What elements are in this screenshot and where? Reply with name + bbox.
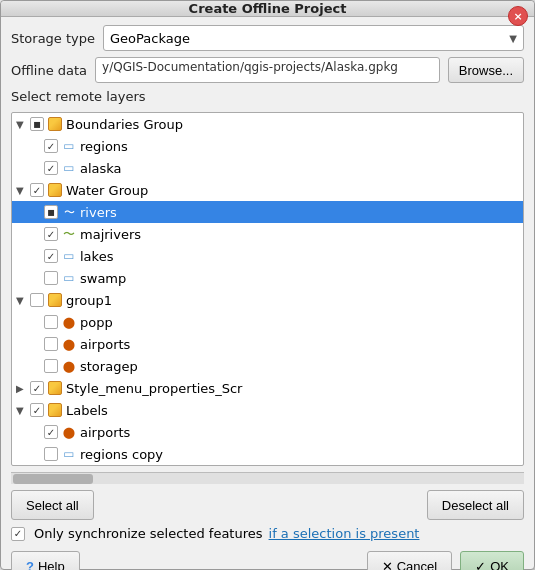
poly-icon: ▭ <box>61 248 77 264</box>
expand-icon: ▼ <box>16 185 30 196</box>
tree-row-airports2[interactable]: ⬤ airports <box>12 421 523 443</box>
storage-type-label: Storage type <box>11 31 95 46</box>
layer-label: storagep <box>80 359 138 374</box>
point-icon: ⬤ <box>61 336 77 352</box>
ok-button[interactable]: ✓ OK <box>460 551 524 570</box>
layer-label: Style_menu_properties_Scr <box>66 381 242 396</box>
layer-label: popp <box>80 315 113 330</box>
layer-label: Boundaries Group <box>66 117 183 132</box>
tree-row-popp[interactable]: ⬤ popp <box>12 311 523 333</box>
layer-label: regions <box>80 139 128 154</box>
select-deselect-row: Select all Deselect all <box>11 490 524 520</box>
storage-type-combo[interactable]: GeoPackage ▼ <box>103 25 524 51</box>
checkbox-alaska[interactable] <box>44 161 58 175</box>
tree-row-water-group[interactable]: ▼ Water Group <box>12 179 523 201</box>
poly-icon: ▭ <box>61 138 77 154</box>
cancel-icon: ✕ <box>382 559 393 571</box>
browse-button[interactable]: Browse... <box>448 57 524 83</box>
sync-label-prefix: Only synchronize selected features <box>34 526 263 541</box>
help-icon: ? <box>26 559 34 571</box>
checkbox-boundaries-group[interactable] <box>30 117 44 131</box>
poly-icon: ▭ <box>61 160 77 176</box>
group-icon <box>47 116 63 132</box>
checkbox-regions-copy[interactable] <box>44 447 58 461</box>
deselect-all-button[interactable]: Deselect all <box>427 490 524 520</box>
poly-icon: ▭ <box>61 270 77 286</box>
cancel-button[interactable]: ✕ Cancel <box>367 551 452 570</box>
checkbox-airports[interactable] <box>44 337 58 351</box>
storage-type-value: GeoPackage <box>110 31 190 46</box>
tree-row-rivers[interactable]: 〜 rivers <box>12 201 523 223</box>
checkbox-water-group[interactable] <box>30 183 44 197</box>
poly-icon: ▭ <box>61 446 77 462</box>
group-icon <box>47 402 63 418</box>
offline-data-row: Offline data y/QGIS-Documentation/qgis-p… <box>11 57 524 83</box>
tree-row-boundaries-group[interactable]: ▼ Boundaries Group <box>12 113 523 135</box>
ok-icon: ✓ <box>475 559 486 571</box>
line-icon: 〜 <box>61 204 77 220</box>
offline-data-label: Offline data <box>11 63 87 78</box>
tree-row-airports[interactable]: ⬤ airports <box>12 333 523 355</box>
tree-row-alaska[interactable]: ▭ alaska <box>12 157 523 179</box>
layer-label: airports <box>80 337 130 352</box>
sync-link-text[interactable]: if a selection is present <box>269 526 420 541</box>
layers-tree[interactable]: ▼ Boundaries Group ▭ regions ▭ alaska <box>11 112 524 466</box>
tree-row-regions[interactable]: ▭ regions <box>12 135 523 157</box>
dialog: Create Offline Project × Storage type Ge… <box>0 0 535 570</box>
help-button[interactable]: ? Help <box>11 551 80 570</box>
checkbox-airports2[interactable] <box>44 425 58 439</box>
tree-row-lakes[interactable]: ▭ lakes <box>12 245 523 267</box>
layer-label: Water Group <box>66 183 148 198</box>
expand-icon: ▼ <box>16 295 30 306</box>
expand-icon: ▶ <box>16 383 30 394</box>
sync-checkbox[interactable] <box>11 527 25 541</box>
point-icon: ⬤ <box>61 358 77 374</box>
tree-row-style-menu[interactable]: ▶ Style_menu_properties_Scr <box>12 377 523 399</box>
checkbox-style-menu[interactable] <box>30 381 44 395</box>
group-icon <box>47 380 63 396</box>
select-all-button[interactable]: Select all <box>11 490 94 520</box>
checkbox-group1[interactable] <box>30 293 44 307</box>
checkbox-rivers[interactable] <box>44 205 58 219</box>
tree-row-regions-copy[interactable]: ▭ regions copy <box>12 443 523 465</box>
tree-row-swamp[interactable]: ▭ swamp <box>12 267 523 289</box>
layer-label: Labels <box>66 403 108 418</box>
dialog-title: Create Offline Project <box>189 1 347 16</box>
checkbox-swamp[interactable] <box>44 271 58 285</box>
button-row: ? Help ✕ Cancel ✓ OK <box>11 547 524 570</box>
layers-section-label: Select remote layers <box>11 89 524 104</box>
sync-check-row: Only synchronize selected features if a … <box>11 526 524 541</box>
layer-label: alaska <box>80 161 122 176</box>
checkbox-labels-group[interactable] <box>30 403 44 417</box>
group-icon <box>47 182 63 198</box>
checkbox-popp[interactable] <box>44 315 58 329</box>
dialog-content: Storage type GeoPackage ▼ Offline data y… <box>1 17 534 570</box>
layer-label: regions copy <box>80 447 163 462</box>
checkbox-majrivers[interactable] <box>44 227 58 241</box>
layer-label: swamp <box>80 271 126 286</box>
offline-data-path[interactable]: y/QGIS-Documentation/qgis-projects/Alask… <box>95 57 440 83</box>
expand-icon: ▼ <box>16 119 30 130</box>
layer-label: group1 <box>66 293 112 308</box>
titlebar: Create Offline Project × <box>1 1 534 17</box>
checkbox-storagep[interactable] <box>44 359 58 373</box>
tree-row-labels-group[interactable]: ▼ Labels <box>12 399 523 421</box>
layer-label: airports <box>80 425 130 440</box>
tree-row-group1[interactable]: ▼ group1 <box>12 289 523 311</box>
layer-label: majrivers <box>80 227 141 242</box>
horizontal-scrollbar[interactable] <box>11 472 524 484</box>
point-icon: ⬤ <box>61 314 77 330</box>
close-button[interactable]: × <box>508 6 528 26</box>
layer-label: lakes <box>80 249 113 264</box>
line-icon: 〜 <box>61 226 77 242</box>
checkbox-lakes[interactable] <box>44 249 58 263</box>
point-icon: ⬤ <box>61 424 77 440</box>
scrollbar-thumb[interactable] <box>13 474 93 484</box>
storage-type-row: Storage type GeoPackage ▼ <box>11 25 524 51</box>
tree-row-majrivers[interactable]: 〜 majrivers <box>12 223 523 245</box>
checkbox-regions[interactable] <box>44 139 58 153</box>
tree-row-storagep[interactable]: ⬤ storagep <box>12 355 523 377</box>
group-icon <box>47 292 63 308</box>
expand-icon: ▼ <box>16 405 30 416</box>
layer-label: rivers <box>80 205 117 220</box>
